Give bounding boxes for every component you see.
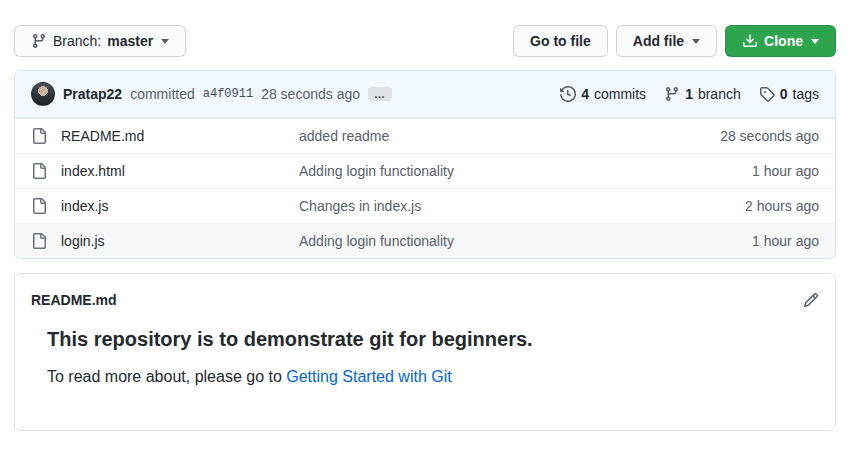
table-row[interactable]: login.js Adding login functionality 1 ho… [15, 223, 835, 258]
file-commit-message-link[interactable]: added readme [299, 128, 706, 144]
download-icon [742, 33, 758, 49]
file-name-link[interactable]: index.js [61, 198, 285, 214]
file-name-link[interactable]: README.md [61, 128, 285, 144]
branches-count-link[interactable]: 1 branch [664, 86, 741, 102]
tag-icon [759, 86, 775, 102]
commit-action-text: committed [130, 86, 195, 102]
readme-paragraph-text: To read more about, please go to [47, 368, 286, 385]
git-branch-icon [664, 86, 680, 102]
current-branch-name: master [107, 33, 153, 49]
file-icon [31, 163, 47, 179]
branch-button-prefix: Branch: [53, 33, 101, 49]
readme-title: README.md [31, 292, 117, 308]
repo-stats: 4 commits 1 branch 0 tags [560, 86, 819, 102]
file-icon [31, 128, 47, 144]
add-file-button[interactable]: Add file [616, 25, 717, 57]
repo-toolbar: Branch: master Go to file Add file Clone [14, 25, 836, 57]
commits-count: 4 [581, 86, 589, 102]
branch-selector-button[interactable]: Branch: master [14, 25, 186, 57]
clone-button[interactable]: Clone [725, 25, 836, 57]
readme-header: README.md [15, 274, 835, 322]
branches-label: branch [698, 86, 741, 102]
file-age: 1 hour ago [752, 233, 819, 249]
chevron-down-icon [161, 39, 169, 44]
readme-section: README.md This repository is to demonstr… [14, 273, 836, 431]
commit-author-link[interactable]: Pratap22 [63, 86, 122, 102]
file-commit-message-link[interactable]: Adding login functionality [299, 233, 738, 249]
avatar[interactable] [31, 82, 55, 106]
clone-button-label: Clone [764, 33, 803, 49]
history-clock-icon [560, 86, 576, 102]
readme-heading: This repository is to demonstrate git fo… [47, 328, 803, 351]
commit-message-expand-button[interactable]: … [368, 87, 392, 101]
commit-sha-link[interactable]: a4f0911 [203, 87, 253, 101]
tags-count-link[interactable]: 0 tags [759, 86, 819, 102]
file-name-link[interactable]: login.js [61, 233, 285, 249]
file-age: 2 hours ago [745, 198, 819, 214]
pencil-icon [803, 292, 819, 308]
chevron-down-icon [811, 39, 819, 44]
repository-page: Branch: master Go to file Add file Clone… [0, 0, 850, 431]
file-icon [31, 233, 47, 249]
file-icon [31, 198, 47, 214]
file-age: 28 seconds ago [720, 128, 819, 144]
commits-count-link[interactable]: 4 commits [560, 86, 646, 102]
file-age: 1 hour ago [752, 163, 819, 179]
commit-age: 28 seconds ago [261, 86, 360, 102]
tags-count: 0 [780, 86, 788, 102]
file-commit-message-link[interactable]: Changes in index.js [299, 198, 731, 214]
file-name-link[interactable]: index.html [61, 163, 285, 179]
table-row[interactable]: index.html Adding login functionality 1 … [15, 153, 835, 188]
latest-commit-bar: Pratap22 committed a4f0911 28 seconds ag… [15, 71, 835, 118]
getting-started-link[interactable]: Getting Started with Git [286, 368, 451, 385]
branches-count: 1 [685, 86, 693, 102]
table-row[interactable]: README.md added readme 28 seconds ago [15, 118, 835, 153]
readme-paragraph: To read more about, please go to Getting… [47, 368, 803, 386]
readme-body: This repository is to demonstrate git fo… [15, 322, 835, 386]
table-row[interactable]: index.js Changes in index.js 2 hours ago [15, 188, 835, 223]
file-commit-message-link[interactable]: Adding login functionality [299, 163, 738, 179]
git-branch-icon [31, 33, 47, 49]
file-browser-box: Pratap22 committed a4f0911 28 seconds ag… [14, 70, 836, 259]
edit-readme-button[interactable] [803, 292, 819, 308]
toolbar-right-group: Go to file Add file Clone [513, 25, 836, 57]
chevron-down-icon [692, 39, 700, 44]
go-to-file-button[interactable]: Go to file [513, 25, 608, 57]
add-file-label: Add file [633, 33, 684, 49]
commits-label: commits [594, 86, 646, 102]
tags-label: tags [793, 86, 819, 102]
